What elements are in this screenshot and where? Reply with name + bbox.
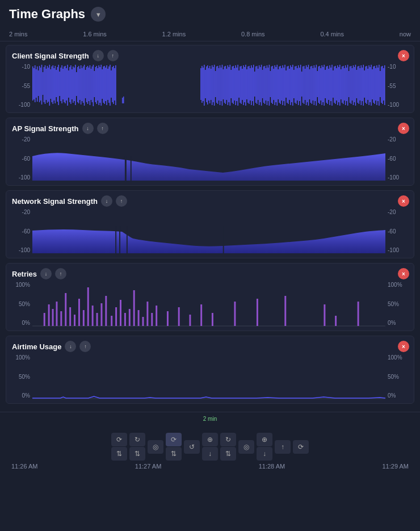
timeline-icon-9[interactable]: ↑ — [275, 440, 291, 454]
timeline-icon-5[interactable]: ⊕ — [202, 433, 218, 446]
close-button-ap[interactable]: × — [398, 123, 409, 134]
svg-rect-236 — [379, 65, 379, 106]
timeline-icon-group-6: ↻ ⇅ — [220, 433, 236, 461]
upload-button-client[interactable]: ↑ — [107, 50, 119, 61]
chart-airtime: Airtime Usage ↓ ↑ × 100% 50% 0% 100% 50% — [6, 336, 414, 404]
timeline-icon-1b[interactable]: ⇅ — [129, 447, 145, 461]
timeline-icon-4[interactable]: ↺ — [184, 440, 200, 454]
svg-rect-187 — [324, 65, 324, 106]
svg-rect-56 — [95, 67, 96, 102]
svg-rect-130 — [260, 67, 261, 102]
svg-rect-50 — [89, 68, 89, 101]
svg-rect-45 — [83, 66, 83, 103]
svg-rect-88 — [213, 67, 213, 102]
svg-rect-159 — [292, 65, 293, 106]
svg-rect-92 — [217, 66, 218, 104]
svg-rect-93 — [219, 68, 219, 101]
timeline-icon-5b[interactable]: ↓ — [202, 447, 218, 461]
svg-rect-230 — [372, 69, 372, 99]
svg-rect-28 — [64, 66, 64, 102]
chart-header-network: Network Signal Strength ↓ ↑ — [12, 195, 408, 207]
chart-canvas-airtime — [32, 354, 385, 400]
svg-rect-144 — [275, 67, 276, 102]
download-button-retries[interactable]: ↓ — [40, 268, 52, 279]
download-button-airtime[interactable]: ↓ — [65, 341, 76, 352]
time-label-5: now — [400, 31, 411, 37]
svg-rect-79 — [203, 68, 203, 101]
svg-rect-124 — [253, 65, 254, 106]
timeline-icon-6[interactable]: ↻ — [220, 433, 236, 446]
svg-rect-205 — [344, 68, 345, 101]
upload-button-airtime[interactable]: ↑ — [79, 341, 91, 352]
svg-rect-202 — [341, 69, 341, 99]
y-axis-left-client: -10 -55 -100 — [12, 64, 30, 109]
svg-rect-97 — [223, 69, 224, 99]
svg-rect-237 — [380, 71, 380, 97]
download-button-ap[interactable]: ↓ — [82, 123, 94, 134]
close-button-airtime[interactable]: × — [398, 341, 409, 352]
svg-rect-283 — [324, 304, 325, 326]
timeline-icon-8[interactable]: ⊕ — [257, 433, 272, 446]
timeline-icon-group-9: ↑ — [275, 440, 291, 454]
svg-rect-89 — [214, 65, 215, 106]
svg-rect-188 — [325, 70, 325, 98]
svg-rect-240 — [383, 68, 384, 101]
close-button-client[interactable]: × — [398, 50, 409, 61]
svg-rect-101 — [228, 65, 228, 105]
svg-rect-49 — [87, 66, 88, 104]
dropdown-button[interactable]: ▾ — [91, 7, 106, 22]
upload-button-network[interactable]: ↑ — [116, 195, 127, 207]
close-button-network[interactable]: × — [398, 195, 409, 207]
timeline-icon-group-0: ⟳ ⇅ — [111, 433, 127, 461]
svg-rect-113 — [241, 66, 241, 104]
svg-rect-241 — [384, 65, 385, 105]
download-button-network[interactable]: ↓ — [101, 195, 112, 207]
upload-button-retries[interactable]: ↑ — [55, 268, 66, 279]
page-title: Time Graphs — [9, 7, 85, 22]
timeline-icon-10[interactable]: ⟳ — [293, 440, 309, 454]
svg-rect-268 — [129, 309, 131, 326]
timeline-icon-8b[interactable]: ↓ — [257, 447, 272, 461]
svg-rect-155 — [288, 66, 288, 104]
chart-header-client: Client Signal Strength ↓ ↑ — [12, 50, 408, 61]
svg-rect-244 — [115, 226, 116, 254]
svg-rect-245 — [119, 226, 120, 254]
svg-rect-106 — [233, 66, 233, 104]
download-button-client[interactable]: ↓ — [93, 50, 104, 61]
svg-rect-156 — [289, 69, 289, 100]
svg-rect-212 — [352, 68, 352, 101]
svg-rect-273 — [151, 313, 153, 326]
svg-rect-211 — [351, 66, 351, 104]
svg-rect-81 — [205, 70, 205, 98]
svg-rect-14 — [48, 68, 49, 102]
timeline-icon-1[interactable]: ↻ — [129, 433, 145, 446]
svg-rect-146 — [278, 69, 278, 99]
svg-rect-104 — [231, 70, 232, 98]
timeline-icon-0[interactable]: ⟳ — [111, 433, 127, 446]
svg-rect-114 — [242, 69, 242, 100]
svg-rect-112 — [240, 66, 240, 103]
svg-rect-59 — [99, 65, 99, 105]
svg-rect-208 — [347, 65, 348, 106]
charts-container: Client Signal Strength ↓ ↑ × -10 -55 -10… — [0, 41, 420, 412]
timeline-icon-6b[interactable]: ⇅ — [220, 447, 236, 461]
timeline-icon-3[interactable]: ⟳ — [166, 433, 182, 446]
time-11-28: 11:28 AM — [259, 463, 285, 470]
y-axis-left-network: -20 -60 -100 — [12, 209, 30, 254]
upload-button-ap[interactable]: ↑ — [97, 123, 108, 134]
timeline-icon-3b[interactable]: ⇅ — [166, 447, 182, 461]
timeline-icon-0b[interactable]: ⇅ — [111, 447, 127, 461]
svg-rect-274 — [156, 306, 157, 326]
svg-rect-27 — [62, 69, 63, 99]
timeline-icon-2[interactable]: ◎ — [148, 440, 163, 454]
svg-rect-17 — [52, 66, 52, 102]
timeline-icon-7[interactable]: ◎ — [238, 440, 254, 454]
time-label-2: 1.2 mins — [162, 31, 186, 37]
svg-rect-196 — [334, 66, 334, 103]
close-button-retries[interactable]: × — [398, 268, 409, 279]
svg-rect-126 — [255, 66, 256, 103]
svg-rect-219 — [360, 68, 360, 101]
svg-rect-253 — [60, 311, 62, 326]
svg-rect-227 — [368, 65, 369, 105]
svg-rect-86 — [211, 69, 211, 100]
